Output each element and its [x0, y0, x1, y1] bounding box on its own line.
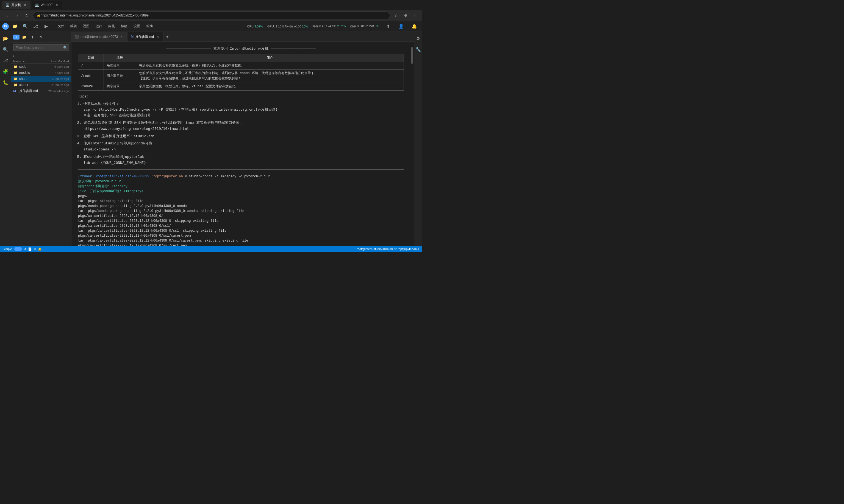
terminal-output-2: 目标conda环境名称: lmdeploy — [78, 184, 404, 189]
pkg-line-3: tar: pkgs/conda-package-handling-2.2.0-p… — [78, 209, 404, 214]
table-row: /share 共享目录 常用微调数据集、模型仓库、教程、xtuner 配置文件都… — [78, 83, 404, 90]
pkg-line-2: pkgs/conda-package-handling-2.2.0-py311h… — [78, 204, 404, 209]
file-name: models — [19, 71, 44, 75]
gpu-stat: GPU: 1 10% Nvidia A100 10% — [267, 25, 308, 28]
bookmarks-icon[interactable]: ☆ — [392, 12, 400, 19]
file-date: 11 hours ago — [44, 77, 69, 80]
new-tab-btn[interactable]: + — [63, 1, 71, 9]
tab2-close-btn[interactable]: ✕ — [54, 3, 59, 7]
name-column-header[interactable]: Name ▲ — [13, 59, 44, 63]
bell-icon[interactable]: 🔔 — [410, 22, 419, 31]
editor-tabs: ⬛ root@intern-studio-40073 ✕ M 操作步骤.md ✕… — [71, 32, 414, 42]
table-cell: 用户家目录 — [104, 70, 136, 83]
cpu-stat: CPU 9.02% — [247, 25, 263, 28]
file-item-share[interactable]: 📂 share 11 hours ago — [11, 76, 71, 82]
browser-tab-1[interactable]: 🖥️ 开发机 ✕ — [2, 1, 31, 9]
table-cell: 共享目录 — [104, 83, 136, 90]
editor-content[interactable]: ————————————————————— 欢迎使用 InternStudio … — [71, 42, 411, 246]
editor-tab-md[interactable]: M 操作步骤.md ✕ — [127, 32, 163, 41]
tab1-close-btn[interactable]: ✕ — [23, 3, 27, 7]
forward-btn[interactable]: › — [13, 12, 21, 19]
list-item: 将conda环境一键添加到jupyterlab： lab add {YOUR_C… — [84, 154, 404, 166]
terminal-output-1: 预设环境: pytorch-2.1.2 — [78, 179, 404, 184]
status-bell-icon: 🔔 — [38, 247, 42, 251]
url-input[interactable]: 🔒 https://studio.intern-ai.org.cn/consol… — [33, 12, 390, 19]
directory-table: 目录 名称 简介 / 系统目录 每次停止开发机会将其恢复至系统（镜像）初始状态，… — [78, 54, 404, 91]
editor-wrapper: ————————————————————— 欢迎使用 InternStudio … — [71, 42, 414, 246]
pkg-line-10: pkgs/ca-certificates-2023.12.12-h06a4308… — [78, 243, 404, 246]
editor-tab-terminal[interactable]: ⬛ root@intern-studio-40073 ✕ — [71, 32, 127, 41]
menu-file[interactable]: 文件 — [55, 23, 67, 30]
sidebar-debug-btn[interactable]: 🐛 — [1, 78, 10, 87]
search-input[interactable] — [13, 44, 69, 51]
editor-scrollbar[interactable] — [411, 42, 414, 246]
menu-kernel[interactable]: 内核 — [105, 23, 118, 30]
back-btn[interactable]: ‹ — [3, 12, 11, 19]
terminal-tab-close[interactable]: ✕ — [120, 35, 124, 39]
sidebar-search-btn[interactable]: 🔍 — [1, 45, 10, 54]
sidebar-extensions-btn[interactable]: 🧩 — [1, 67, 10, 76]
search-topbar-icon[interactable]: 🔍 — [21, 22, 30, 31]
status-session: root@intern-studio-40073899: /opt/jupyte… — [357, 247, 419, 251]
pkg-line-5: tar: pkgs/ca-certificates-2023.12.12-h06… — [78, 218, 404, 223]
menu-edit[interactable]: 编辑 — [68, 23, 80, 30]
add-tab-btn[interactable]: + — [163, 33, 171, 41]
file-panel-toolbar: + 📁 ⬆ ↻ — [11, 32, 71, 42]
file-date: 21 hours ago — [44, 83, 69, 87]
list-item: 快速从本地上传文件： scp -o StrictHostKeyChecking=… — [84, 101, 404, 119]
table-cell: 您的所有开发文件共享此目录，不受开发机的启停影响。强烈建议将 conda 环境、… — [136, 70, 403, 83]
mode-toggle[interactable] — [14, 247, 22, 251]
status-mode: Simple 3 📄 0 🔔 — [3, 247, 42, 251]
file-item-code[interactable]: 📁 code 4 days ago — [11, 64, 71, 70]
menu-help[interactable]: 帮助 — [143, 23, 155, 30]
tab1-favicon: 🖥️ — [5, 3, 10, 7]
upload-icon[interactable]: ⬆ — [383, 22, 392, 31]
explorer-icon[interactable]: 📁 — [11, 22, 19, 31]
modified-column-header[interactable]: Last Modified — [44, 59, 69, 63]
user-icon[interactable]: 👤 — [397, 22, 406, 31]
folder-open-icon: 📂 — [13, 77, 18, 81]
terminal-prompt-line: (xtuner) root@intern-studio-40073899 :/o… — [78, 174, 404, 179]
file-date: 22 minutes ago — [44, 89, 69, 93]
git-icon[interactable]: ⎇ — [31, 22, 40, 31]
folder-icon: 📁 — [13, 65, 18, 69]
menu-tabs[interactable]: 标签 — [118, 23, 130, 30]
debug-icon[interactable]: ▶ — [42, 22, 51, 31]
pkg-line-4: pkgs/ca-certificates-2023.12.12-h06a4308… — [78, 214, 404, 218]
extensions-icon[interactable]: ⚙ — [402, 12, 409, 19]
menu-settings[interactable]: 设置 — [131, 23, 143, 30]
sidebar-files-btn[interactable]: 📂 — [1, 34, 10, 43]
new-folder-btn[interactable]: 📁 — [21, 34, 28, 41]
file-name: 操作步骤.md — [19, 89, 44, 93]
md-tab-close[interactable]: ✕ — [155, 35, 160, 39]
file-item-readme[interactable]: M↓ 操作步骤.md 22 minutes ago — [11, 88, 71, 94]
editor-area: ⬛ root@intern-studio-40073 ✕ M 操作步骤.md ✕… — [71, 32, 414, 246]
tips-list: 快速从本地上传文件： scp -o StrictHostKeyChecking=… — [78, 101, 404, 166]
table-cell: 系统目录 — [104, 62, 136, 69]
status-num3: 0 — [34, 247, 36, 251]
file-item-xtuner[interactable]: 📁 xtuner 21 hours ago — [11, 82, 71, 88]
right-gear-icon[interactable]: 🔧 — [414, 45, 422, 54]
new-file-btn[interactable]: + — [13, 35, 19, 39]
file-panel: + 📁 ⬆ ↻ 🔍 / Name ▲ — [11, 32, 71, 246]
pkg-line-1: tar: pkgs: skipping existing file — [78, 199, 404, 204]
refresh-btn[interactable]: ↻ — [37, 34, 44, 41]
right-settings-icon[interactable]: ⚙ — [414, 34, 422, 43]
menu-view[interactable]: 视图 — [80, 23, 92, 30]
reload-btn[interactable]: ↻ — [23, 12, 31, 19]
sidebar-git-btn[interactable]: ⎇ — [1, 56, 10, 65]
menu-run[interactable]: 运行 — [93, 23, 105, 30]
upload-file-btn[interactable]: ⬆ — [29, 34, 36, 41]
file-date: 4 days ago — [44, 65, 69, 68]
browser-tab-2[interactable]: 💻 WebIDE ✕ — [32, 1, 62, 9]
terminal-output-3: [1/2] 开始安装conda环境: <lmdeploy>. — [78, 189, 404, 194]
scrollbar-thumb[interactable] — [411, 47, 413, 64]
menu-icon[interactable]: ⋮ — [411, 12, 419, 19]
file-name: xtuner — [19, 83, 44, 87]
vram-stat: 显存 0 / 8182 MiB 0% — [350, 24, 379, 28]
sort-icon: ▲ — [22, 59, 25, 63]
md-file-icon: M↓ — [13, 89, 18, 93]
file-item-models[interactable]: 📁 models 7 days ago — [11, 70, 71, 76]
app-menu: 文件 编辑 视图 运行 内核 标签 设置 帮助 — [53, 23, 158, 30]
status-num1: 3 — [24, 247, 26, 251]
